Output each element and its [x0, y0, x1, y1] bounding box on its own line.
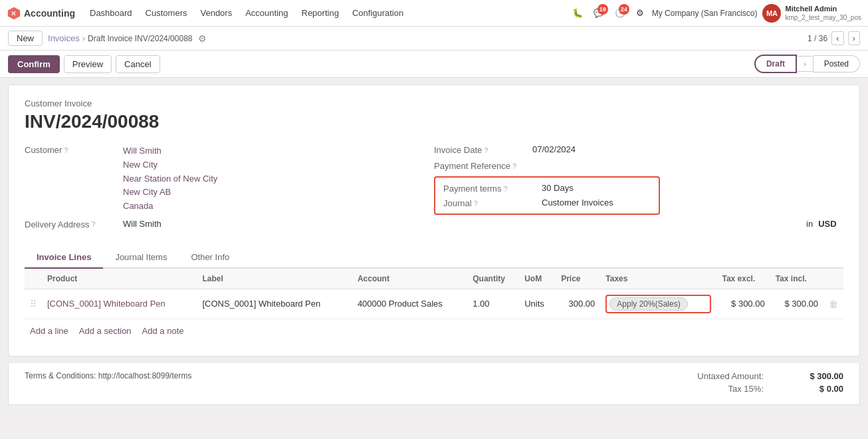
nav-accounting[interactable]: Accounting	[239, 5, 294, 21]
delivery-value: Will Smith	[123, 219, 162, 229]
taxes-badge[interactable]: Apply 20%(Sales)	[609, 297, 687, 311]
nav-vendors[interactable]: Vendors	[193, 5, 239, 21]
tax-value: $ 0.00	[790, 384, 843, 394]
uom-cell[interactable]: Units	[519, 289, 556, 319]
breadcrumb-left: New Invoices › Draft Invoice INV/2024/00…	[8, 31, 207, 46]
messages-badge: 19	[597, 4, 608, 15]
product-link[interactable]: [CONS_0001] Whiteboard Pen	[47, 299, 165, 309]
tab-invoice-lines[interactable]: Invoice Lines	[25, 247, 103, 269]
nav-menu: Dashboard Customers Vendors Accounting R…	[83, 5, 410, 21]
status-arrow-icon: ›	[797, 56, 814, 72]
delivery-help[interactable]: ?	[92, 220, 96, 228]
breadcrumb-bar: New Invoices › Draft Invoice INV/2024/00…	[0, 27, 868, 51]
breadcrumb: Invoices › Draft Invoice INV/2024/00088 …	[48, 33, 206, 44]
col-delete	[823, 269, 843, 289]
product-cell[interactable]: [CONS_0001] Whiteboard Pen	[42, 289, 197, 319]
customer-value[interactable]: Will Smith New City Near Station of New …	[123, 144, 217, 214]
preview-button[interactable]: Preview	[64, 55, 112, 73]
payment-ref-label: Payment Reference ?	[434, 160, 527, 171]
user-menu[interactable]: MA Mitchell Admin kmp_2_test_may_30_pos	[762, 4, 861, 23]
customer-help[interactable]: ?	[64, 146, 68, 154]
gear-icon[interactable]: ⚙	[198, 33, 207, 44]
confirm-button[interactable]: Confirm	[8, 55, 60, 73]
user-subtitle: kmp_2_test_may_30_pos	[785, 13, 861, 22]
action-bar: Confirm Preview Cancel Draft › Posted	[0, 51, 868, 78]
page-footer: Terms & Conditions: http://localhost:809…	[8, 363, 860, 405]
customer-label: Customer ?	[25, 144, 118, 155]
prev-record-button[interactable]: ‹	[831, 31, 843, 45]
col-product: Product	[42, 269, 197, 289]
drag-handle[interactable]: ⠿	[25, 289, 42, 319]
nav-customers[interactable]: Customers	[139, 5, 194, 21]
summary-table: Untaxed Amount: $ 300.00 Tax 15%: $ 0.00	[684, 371, 843, 396]
journal-value[interactable]: Customer Invoices	[542, 198, 613, 208]
tab-journal-items[interactable]: Journal Items	[103, 247, 179, 269]
invoice-date-value[interactable]: 07/02/2024	[532, 144, 576, 154]
action-buttons: Confirm Preview Cancel	[8, 55, 160, 73]
invoice-form: Customer ? Will Smith New City Near Stat…	[25, 144, 843, 235]
table-actions: Add a line Add a section Add a note	[25, 319, 843, 343]
status-draft[interactable]: Draft	[754, 55, 797, 73]
messages-button[interactable]: 💬 19	[591, 5, 607, 21]
payment-journal-box: Payment terms ? 30 Days Journal ? Custom…	[434, 176, 660, 215]
untaxed-value: $ 300.00	[790, 371, 843, 381]
quantity-cell[interactable]: 1.00	[467, 289, 519, 319]
col-price: Price	[556, 269, 600, 289]
tax-label: Tax 15%:	[684, 384, 764, 394]
invoice-date-label: Invoice Date ?	[434, 144, 527, 155]
payment-terms-field-row: Payment terms ? 30 Days	[443, 183, 651, 194]
delete-cell[interactable]: 🗑	[823, 289, 843, 319]
add-note-button[interactable]: Add a note	[142, 326, 184, 336]
payment-terms-help[interactable]: ?	[503, 185, 507, 193]
journal-in-text: in	[806, 219, 813, 229]
price-cell[interactable]: 300.00	[556, 289, 600, 319]
invoice-lines-table: Product Label Account Quantity UoM Price…	[25, 269, 843, 319]
journal-help[interactable]: ?	[474, 200, 478, 208]
invoice-type-label: Customer Invoice	[25, 98, 843, 108]
col-label: Label	[197, 269, 352, 289]
invoice-date-help[interactable]: ?	[484, 146, 488, 154]
avatar: MA	[762, 4, 781, 23]
nav-reporting[interactable]: Reporting	[295, 5, 346, 21]
top-navigation: ✕ Accounting Dashboard Customers Vendors…	[0, 0, 868, 27]
journal-currency-row: in USD	[434, 219, 843, 229]
col-tax-excl: Tax excl.	[716, 269, 770, 289]
nav-right-area: 🐛 💬 19 🕐 24 ⚙ My Company (San Francisco)…	[570, 4, 861, 23]
add-line-button[interactable]: Add a line	[30, 326, 68, 336]
form-left: Customer ? Will Smith New City Near Stat…	[25, 144, 434, 235]
breadcrumb-invoices-link[interactable]: Invoices	[48, 33, 80, 43]
journal-field-row: Journal ? Customer Invoices	[443, 198, 651, 208]
payment-terms-label: Payment terms ?	[443, 183, 536, 194]
pagination-text: 1 / 36	[808, 34, 827, 43]
payment-ref-help[interactable]: ?	[512, 162, 516, 170]
activities-button[interactable]: 🕐 24	[612, 5, 628, 21]
new-button[interactable]: New	[8, 31, 43, 46]
nav-configuration[interactable]: Configuration	[346, 5, 410, 21]
table-row: ⠿ [CONS_0001] Whiteboard Pen [CONS_0001]…	[25, 289, 843, 319]
activities-badge: 24	[619, 4, 629, 15]
settings-icon-button[interactable]: ⚙	[633, 5, 647, 21]
journal-label: Journal ?	[443, 198, 536, 208]
delete-row-icon[interactable]: 🗑	[829, 299, 838, 309]
company-name: My Company (San Francisco)	[652, 9, 758, 18]
tabs-bar: Invoice Lines Journal Items Other Info	[25, 247, 843, 269]
bug-icon-button[interactable]: 🐛	[570, 5, 586, 21]
account-cell[interactable]: 400000 Product Sales	[352, 289, 467, 319]
status-posted[interactable]: Posted	[814, 55, 860, 73]
user-name: Mitchell Admin	[785, 4, 861, 13]
nav-dashboard[interactable]: Dashboard	[83, 5, 139, 21]
payment-terms-value[interactable]: 30 Days	[542, 183, 574, 193]
tab-other-info[interactable]: Other Info	[179, 247, 241, 269]
label-cell[interactable]: [CONS_0001] Whiteboard Pen	[197, 289, 352, 319]
main-content: Customer Invoice INV/2024/00088 Customer…	[8, 84, 860, 357]
taxes-badge-box: Apply 20%(Sales)	[605, 295, 711, 313]
col-account: Account	[352, 269, 467, 289]
app-logo[interactable]: ✕ Accounting	[7, 6, 75, 21]
invoice-number: INV/2024/00088	[25, 111, 843, 132]
svg-text:✕: ✕	[11, 9, 16, 17]
add-section-button[interactable]: Add a section	[79, 326, 132, 336]
col-quantity: Quantity	[467, 269, 519, 289]
app-name: Accounting	[24, 8, 75, 19]
next-record-button[interactable]: ›	[848, 31, 860, 45]
cancel-button[interactable]: Cancel	[116, 55, 160, 73]
